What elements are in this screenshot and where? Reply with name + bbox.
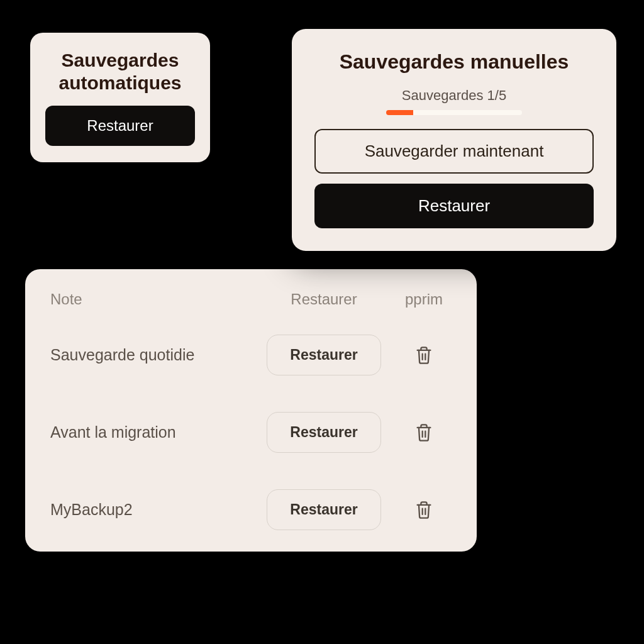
row-restore-wrap: Restaurer bbox=[252, 489, 396, 530]
row-label: Sauvegarde quotidie bbox=[50, 346, 252, 364]
row-delete-button[interactable] bbox=[411, 497, 436, 523]
auto-title-line1: Sauvegardes bbox=[62, 50, 179, 70]
auto-title-line2: automatiques bbox=[58, 72, 181, 93]
list-header-restore: Restaurer bbox=[252, 291, 396, 308]
row-delete-button[interactable] bbox=[411, 342, 436, 369]
manual-backups-card: Sauvegardes manuelles Sauvegardes 1/5 Sa… bbox=[292, 29, 616, 251]
row-delete-wrap bbox=[396, 419, 452, 446]
manual-restore-button[interactable]: Restaurer bbox=[314, 184, 594, 228]
manual-progress-bar bbox=[386, 110, 522, 115]
manual-backups-title: Sauvegardes manuelles bbox=[314, 50, 594, 74]
save-now-button[interactable]: Sauvegarder maintenant bbox=[314, 129, 594, 174]
list-header-delete: pprim bbox=[396, 291, 452, 308]
manual-count-label: Sauvegardes 1/5 bbox=[314, 87, 594, 104]
auto-restore-button[interactable]: Restaurer bbox=[45, 106, 195, 146]
row-restore-button[interactable]: Restaurer bbox=[267, 335, 380, 375]
list-header-note: Note bbox=[50, 291, 252, 308]
row-label: Avant la migration bbox=[50, 423, 252, 441]
table-row: MyBackup2 Restaurer bbox=[50, 489, 452, 530]
row-delete-button[interactable] bbox=[411, 419, 436, 446]
row-restore-button[interactable]: Restaurer bbox=[267, 489, 380, 530]
table-row: Avant la migration Restaurer bbox=[50, 412, 452, 453]
list-header: Note Restaurer pprim bbox=[50, 291, 452, 308]
row-delete-wrap bbox=[396, 342, 452, 369]
row-restore-wrap: Restaurer bbox=[252, 412, 396, 453]
row-label: MyBackup2 bbox=[50, 501, 252, 519]
table-row: Sauvegarde quotidie Restaurer bbox=[50, 335, 452, 375]
auto-backups-title: Sauvegardes automatiques bbox=[45, 49, 195, 94]
manual-progress-fill bbox=[386, 110, 413, 115]
auto-backups-card: Sauvegardes automatiques Restaurer bbox=[30, 33, 210, 162]
trash-icon bbox=[415, 501, 433, 519]
trash-icon bbox=[415, 346, 433, 365]
trash-icon bbox=[415, 423, 433, 442]
row-restore-button[interactable]: Restaurer bbox=[267, 412, 380, 453]
row-delete-wrap bbox=[396, 497, 452, 523]
manual-progress-rest bbox=[413, 110, 522, 115]
row-restore-wrap: Restaurer bbox=[252, 335, 396, 375]
backups-list-card: Note Restaurer pprim Sauvegarde quotidie… bbox=[25, 269, 477, 552]
